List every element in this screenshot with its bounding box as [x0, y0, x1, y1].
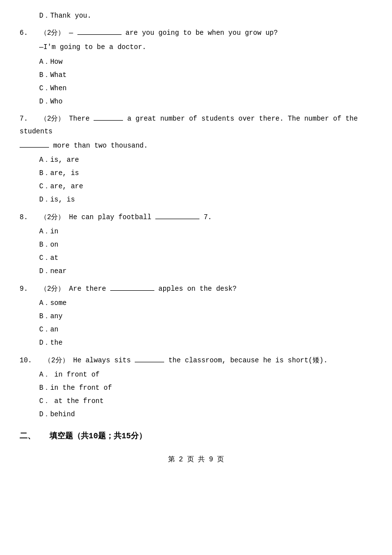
- section-title: 填空题（共10题；共15分）: [49, 432, 147, 441]
- option-b: B．on: [39, 239, 372, 251]
- option-c: C．are, are: [39, 180, 372, 193]
- question-continuation: more than two thousand.: [20, 140, 372, 152]
- question-9: 9. （2分） Are there apples on the desk? A．…: [20, 283, 372, 350]
- option-b: B．any: [39, 310, 372, 323]
- question-prompt: 6. （2分） — are you going to be when you g…: [20, 27, 372, 39]
- answer-blank: [110, 290, 154, 291]
- option-d: D．the: [39, 337, 372, 349]
- question-number: 10.: [20, 356, 32, 364]
- answer-blank: [155, 219, 199, 219]
- question-7: 7. （2分） There a great number of students…: [20, 113, 372, 206]
- option-text: D．Thank you.: [39, 10, 372, 22]
- option-c: C．When: [39, 82, 372, 95]
- answer-blank: [77, 34, 122, 35]
- option-d: D．is, is: [39, 194, 372, 206]
- question-number: 6.: [20, 29, 28, 37]
- page-footer: 第 2 页 共 9 页: [20, 454, 372, 466]
- option-d: D．near: [39, 265, 372, 278]
- question-follow: —I'm going to be a doctor.: [39, 41, 372, 53]
- answer-blank-2: [20, 147, 49, 148]
- option-b: B．in the front of: [39, 382, 372, 394]
- question-after-blank: are you going to be when you grow up?: [125, 29, 278, 37]
- question-number: 7.: [20, 115, 28, 123]
- option-a: A．some: [39, 297, 372, 309]
- question-prompt: 10. （2分） He always sits the classroom, b…: [20, 354, 372, 367]
- question-points: （2分）: [40, 29, 65, 37]
- option-a: A． in front of: [39, 369, 372, 381]
- question-points: （2分）: [40, 213, 65, 221]
- option-d: D．behind: [39, 408, 372, 421]
- question-after-blank: apples on the desk?: [158, 285, 237, 293]
- option-d: D．Who: [39, 96, 372, 108]
- question-points: （2分）: [44, 356, 69, 364]
- question-prompt: 7. （2分） There a great number of students…: [20, 113, 372, 137]
- option-a: A．is, are: [39, 154, 372, 166]
- question-prompt: 8. （2分） He can play football 7.: [20, 211, 372, 224]
- question-number: 8.: [20, 213, 28, 221]
- option-c: C． at the front: [39, 395, 372, 407]
- question-prompt: 9. （2分） Are there apples on the desk?: [20, 283, 372, 295]
- question-6: 6. （2分） — are you going to be when you g…: [20, 27, 372, 108]
- option-a: A．in: [39, 226, 372, 238]
- option-c: C．at: [39, 252, 372, 264]
- question-points: （2分）: [40, 285, 65, 293]
- question-dash: —: [69, 29, 73, 37]
- section-label: 二、: [20, 432, 35, 441]
- question-10: 10. （2分） He always sits the classroom, b…: [20, 354, 372, 421]
- option-b: B．are, is: [39, 167, 372, 179]
- before-blank: He can play football: [69, 213, 155, 221]
- page-number: 第 2 页 共 9 页: [168, 455, 224, 463]
- question-8: 8. （2分） He can play football 7. A．in B．o…: [20, 211, 372, 278]
- option-b: B．What: [39, 69, 372, 81]
- option-a: A．How: [39, 56, 372, 68]
- question-after-blank: the classroom, because he is short(矮).: [169, 356, 328, 364]
- question-points: （2分）: [40, 115, 65, 123]
- answer-blank: [94, 120, 123, 121]
- answer-blank: [135, 362, 164, 362]
- question-number: 9.: [20, 285, 28, 293]
- question-after-blank: 7.: [204, 213, 212, 221]
- option-c: C．an: [39, 324, 372, 336]
- section-2-header: 二、 填空题（共10题；共15分）: [20, 429, 372, 444]
- option-d-thankyou: D．Thank you.: [20, 10, 372, 22]
